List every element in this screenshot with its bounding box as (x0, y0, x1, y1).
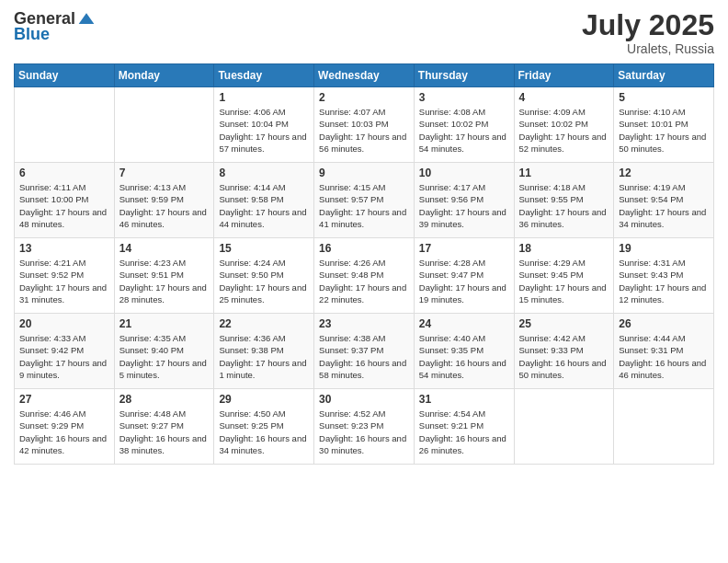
logo-blue: Blue (14, 25, 50, 44)
month-title: July 2025 (582, 9, 714, 41)
location-title: Uralets, Russia (582, 41, 714, 56)
day-number: 23 (319, 317, 409, 330)
day-info: Sunrise: 4:08 AM Sunset: 10:02 PM Daylig… (419, 106, 509, 155)
header-tuesday: Tuesday (214, 64, 314, 87)
day-info: Sunrise: 4:48 AM Sunset: 9:27 PM Dayligh… (119, 408, 210, 456)
calendar-cell: 20Sunrise: 4:33 AM Sunset: 9:42 PM Dayli… (15, 314, 115, 389)
calendar-cell: 23Sunrise: 4:38 AM Sunset: 9:37 PM Dayli… (314, 314, 415, 389)
day-number: 7 (119, 167, 210, 179)
day-number: 22 (219, 317, 309, 330)
calendar-cell: 13Sunrise: 4:21 AM Sunset: 9:52 PM Dayli… (15, 238, 115, 314)
calendar-cell: 18Sunrise: 4:29 AM Sunset: 9:45 PM Dayli… (514, 238, 614, 314)
day-number: 12 (619, 167, 709, 179)
calendar-week-1: 6Sunrise: 4:11 AM Sunset: 10:00 PM Dayli… (15, 163, 714, 238)
day-info: Sunrise: 4:21 AM Sunset: 9:52 PM Dayligh… (19, 257, 109, 305)
calendar-cell: 21Sunrise: 4:35 AM Sunset: 9:40 PM Dayli… (114, 314, 214, 389)
day-number: 1 (219, 91, 309, 104)
calendar-table: Sunday Monday Tuesday Wednesday Thursday… (14, 63, 714, 465)
calendar-week-3: 20Sunrise: 4:33 AM Sunset: 9:42 PM Dayli… (15, 314, 714, 389)
calendar-cell: 11Sunrise: 4:18 AM Sunset: 9:55 PM Dayli… (514, 163, 614, 238)
day-info: Sunrise: 4:31 AM Sunset: 9:43 PM Dayligh… (619, 257, 709, 305)
day-number: 16 (319, 242, 409, 255)
day-number: 27 (19, 393, 109, 406)
calendar-week-4: 27Sunrise: 4:46 AM Sunset: 9:29 PM Dayli… (15, 389, 714, 465)
day-info: Sunrise: 4:40 AM Sunset: 9:35 PM Dayligh… (419, 332, 509, 381)
day-info: Sunrise: 4:50 AM Sunset: 9:25 PM Dayligh… (219, 408, 309, 456)
header-wednesday: Wednesday (314, 64, 415, 87)
day-number: 2 (319, 91, 409, 104)
day-info: Sunrise: 4:17 AM Sunset: 9:56 PM Dayligh… (419, 181, 509, 230)
day-info: Sunrise: 4:10 AM Sunset: 10:01 PM Daylig… (619, 106, 709, 155)
calendar-cell: 16Sunrise: 4:26 AM Sunset: 9:48 PM Dayli… (314, 238, 415, 314)
day-info: Sunrise: 4:36 AM Sunset: 9:38 PM Dayligh… (219, 332, 309, 381)
calendar-cell: 2Sunrise: 4:07 AM Sunset: 10:03 PM Dayli… (314, 87, 415, 163)
calendar-cell: 3Sunrise: 4:08 AM Sunset: 10:02 PM Dayli… (414, 87, 514, 163)
calendar-cell: 25Sunrise: 4:42 AM Sunset: 9:33 PM Dayli… (514, 314, 614, 389)
calendar-cell (614, 389, 714, 465)
day-info: Sunrise: 4:18 AM Sunset: 9:55 PM Dayligh… (519, 181, 609, 230)
day-number: 14 (119, 242, 210, 255)
header-saturday: Saturday (614, 64, 714, 87)
day-number: 29 (219, 393, 309, 406)
day-info: Sunrise: 4:28 AM Sunset: 9:47 PM Dayligh… (419, 257, 509, 305)
title-area: July 2025 Uralets, Russia (582, 9, 714, 56)
day-info: Sunrise: 4:38 AM Sunset: 9:37 PM Dayligh… (319, 332, 409, 381)
calendar-cell: 31Sunrise: 4:54 AM Sunset: 9:21 PM Dayli… (414, 389, 514, 465)
calendar-cell: 8Sunrise: 4:14 AM Sunset: 9:58 PM Daylig… (214, 163, 314, 238)
calendar-cell: 17Sunrise: 4:28 AM Sunset: 9:47 PM Dayli… (414, 238, 514, 314)
calendar-week-2: 13Sunrise: 4:21 AM Sunset: 9:52 PM Dayli… (15, 238, 714, 314)
day-number: 11 (519, 167, 609, 179)
calendar-cell: 30Sunrise: 4:52 AM Sunset: 9:23 PM Dayli… (314, 389, 415, 465)
calendar-cell: 15Sunrise: 4:24 AM Sunset: 9:50 PM Dayli… (214, 238, 314, 314)
day-info: Sunrise: 4:52 AM Sunset: 9:23 PM Dayligh… (319, 408, 409, 456)
calendar-cell: 28Sunrise: 4:48 AM Sunset: 9:27 PM Dayli… (114, 389, 214, 465)
day-number: 24 (419, 317, 509, 330)
page: General Blue July 2025 Uralets, Russia S… (0, 0, 728, 563)
header: General Blue July 2025 Uralets, Russia (14, 9, 714, 56)
day-info: Sunrise: 4:07 AM Sunset: 10:03 PM Daylig… (319, 106, 409, 155)
day-info: Sunrise: 4:29 AM Sunset: 9:45 PM Dayligh… (519, 257, 609, 305)
day-number: 6 (19, 167, 109, 179)
day-info: Sunrise: 4:15 AM Sunset: 9:57 PM Dayligh… (319, 181, 409, 230)
day-info: Sunrise: 4:09 AM Sunset: 10:02 PM Daylig… (519, 106, 609, 155)
day-number: 26 (619, 317, 709, 330)
calendar-cell: 5Sunrise: 4:10 AM Sunset: 10:01 PM Dayli… (614, 87, 714, 163)
calendar-cell: 19Sunrise: 4:31 AM Sunset: 9:43 PM Dayli… (614, 238, 714, 314)
day-info: Sunrise: 4:33 AM Sunset: 9:42 PM Dayligh… (19, 332, 109, 381)
calendar-cell: 24Sunrise: 4:40 AM Sunset: 9:35 PM Dayli… (414, 314, 514, 389)
day-info: Sunrise: 4:19 AM Sunset: 9:54 PM Dayligh… (619, 181, 709, 230)
day-number: 4 (519, 91, 609, 104)
day-number: 17 (419, 242, 509, 255)
day-number: 21 (119, 317, 210, 330)
day-number: 9 (319, 167, 409, 179)
calendar-cell: 6Sunrise: 4:11 AM Sunset: 10:00 PM Dayli… (15, 163, 115, 238)
logo: General Blue (14, 9, 96, 44)
day-number: 3 (419, 91, 509, 104)
day-info: Sunrise: 4:54 AM Sunset: 9:21 PM Dayligh… (419, 408, 509, 456)
day-number: 31 (419, 393, 509, 406)
calendar-cell: 7Sunrise: 4:13 AM Sunset: 9:59 PM Daylig… (114, 163, 214, 238)
day-number: 25 (519, 317, 609, 330)
calendar-cell: 12Sunrise: 4:19 AM Sunset: 9:54 PM Dayli… (614, 163, 714, 238)
day-info: Sunrise: 4:35 AM Sunset: 9:40 PM Dayligh… (119, 332, 210, 381)
day-number: 18 (519, 242, 609, 255)
calendar-cell: 29Sunrise: 4:50 AM Sunset: 9:25 PM Dayli… (214, 389, 314, 465)
day-info: Sunrise: 4:42 AM Sunset: 9:33 PM Dayligh… (519, 332, 609, 381)
logo-icon (77, 10, 96, 29)
day-info: Sunrise: 4:46 AM Sunset: 9:29 PM Dayligh… (19, 408, 109, 456)
calendar-cell: 14Sunrise: 4:23 AM Sunset: 9:51 PM Dayli… (114, 238, 214, 314)
day-info: Sunrise: 4:06 AM Sunset: 10:04 PM Daylig… (219, 106, 309, 155)
day-number: 10 (419, 167, 509, 179)
day-number: 5 (619, 91, 709, 104)
day-number: 20 (19, 317, 109, 330)
calendar-cell: 4Sunrise: 4:09 AM Sunset: 10:02 PM Dayli… (514, 87, 614, 163)
svg-marker-0 (79, 13, 95, 24)
header-friday: Friday (514, 64, 614, 87)
calendar-cell (114, 87, 214, 163)
day-number: 15 (219, 242, 309, 255)
calendar-cell: 1Sunrise: 4:06 AM Sunset: 10:04 PM Dayli… (214, 87, 314, 163)
calendar-cell: 10Sunrise: 4:17 AM Sunset: 9:56 PM Dayli… (414, 163, 514, 238)
calendar-cell: 9Sunrise: 4:15 AM Sunset: 9:57 PM Daylig… (314, 163, 415, 238)
calendar-cell (514, 389, 614, 465)
calendar-week-0: 1Sunrise: 4:06 AM Sunset: 10:04 PM Dayli… (15, 87, 714, 163)
